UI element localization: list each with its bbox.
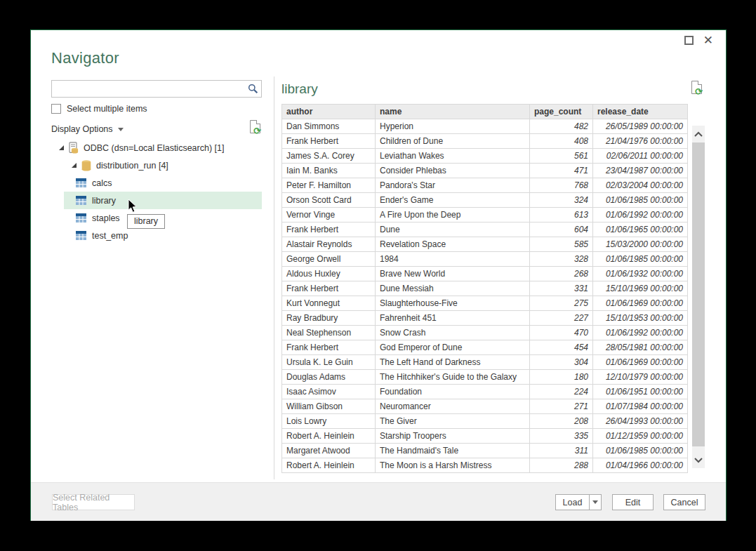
refresh-preview-button[interactable]: ⟳ (691, 81, 704, 97)
table-cell: 21/04/1976 00:00:00 (593, 134, 688, 149)
refresh-icon: ⟳ (253, 126, 261, 136)
table-cell: 12/10/1979 00:00:00 (593, 370, 688, 385)
maximize-icon[interactable] (684, 36, 694, 45)
table-cell: 01/06/1969 00:00:00 (593, 296, 688, 311)
window-controls: ✕ (684, 36, 713, 45)
table-cell: 311 (530, 444, 593, 458)
edit-button[interactable]: Edit (612, 494, 654, 510)
table-cell: The Handmaid's Tale (376, 444, 530, 458)
table-row: Alastair ReynoldsRevelation Space58515/0… (282, 237, 688, 252)
table-cell: 02/03/2004 00:00:00 (593, 178, 688, 193)
table-cell: Pandora's Star (376, 178, 530, 193)
tree-node-label: ODBC (dsn=Local Elasticsearch) [1] (84, 143, 224, 153)
table-cell: Leviathan Wakes (376, 149, 530, 164)
table-cell: 01/06/1985 00:00:00 (593, 444, 688, 458)
table-row: Frank HerbertDune Messiah33115/10/1969 0… (282, 281, 688, 296)
tree-item-label: library (92, 196, 116, 206)
tree-node-database[interactable]: distribution_run [4] (51, 157, 262, 174)
refresh-icon: ⟳ (695, 86, 703, 97)
table-row: George Orwell198432801/06/1985 00:00:00 (282, 252, 688, 267)
column-header-name[interactable]: name (376, 105, 530, 119)
page-title: Navigator (51, 49, 119, 67)
display-options-label: Display Options (51, 124, 113, 134)
table-cell: 15/10/1953 00:00:00 (593, 311, 688, 326)
table-cell: Ursula K. Le Guin (282, 355, 376, 370)
table-cell: William Gibson (282, 399, 376, 414)
table-cell: 585 (530, 237, 593, 252)
table-row: Kurt VonnegutSlaughterhouse-Five27501/06… (282, 296, 688, 311)
table-row: Margaret AtwoodThe Handmaid's Tale31101/… (282, 444, 688, 458)
table-cell: Dune (376, 223, 530, 237)
select-multiple-row: Select multiple items (51, 104, 147, 114)
load-button[interactable]: Load (555, 494, 590, 510)
table-cell: 275 (530, 296, 593, 311)
scroll-down-icon[interactable] (692, 453, 705, 467)
table-cell: 471 (530, 164, 593, 178)
odbc-source-icon (69, 142, 79, 154)
tree-item-calcs[interactable]: calcs (64, 174, 262, 192)
table-cell: Isaac Asimov (282, 385, 376, 399)
table-cell: Lois Lowry (282, 414, 376, 429)
table-cell: Foundation (376, 385, 530, 399)
display-options-dropdown[interactable]: Display Options (51, 124, 124, 134)
table-cell: 268 (530, 267, 593, 281)
table-cell: Fahrenheit 451 (376, 311, 530, 326)
search-icon[interactable] (244, 81, 261, 97)
table-cell: Orson Scott Card (282, 193, 376, 208)
table-icon (76, 231, 86, 240)
table-cell: 224 (530, 385, 593, 399)
table-cell: Robert A. Heinlein (282, 458, 376, 473)
table-header-row: author name page_count release_date (282, 105, 688, 119)
scrollbar-thumb[interactable] (692, 142, 705, 446)
vertical-scrollbar[interactable] (692, 126, 705, 468)
tree-item-test-emp[interactable]: test_emp (64, 227, 262, 244)
desktop-background: ✕ Navigator Select multiple items Displa… (0, 0, 756, 551)
table-row: Douglas AdamsThe Hitchhiker's Guide to t… (282, 370, 688, 385)
document-fold (256, 120, 260, 124)
table-cell: Iain M. Banks (282, 164, 376, 178)
table-cell: Snow Crash (376, 326, 530, 340)
expander-icon[interactable] (72, 163, 77, 168)
table-cell: Alastair Reynolds (282, 237, 376, 252)
table-cell: 288 (530, 458, 593, 473)
table-cell: 01/06/1992 00:00:00 (593, 208, 688, 223)
table-cell: Neal Stephenson (282, 326, 376, 340)
table-row: Lois LowryThe Giver20826/04/1993 00:00:0… (282, 414, 688, 429)
select-multiple-checkbox[interactable] (51, 104, 61, 114)
preview-title: library (281, 81, 318, 97)
navigator-dialog: ✕ Navigator Select multiple items Displa… (30, 29, 727, 521)
search-input[interactable] (52, 81, 244, 97)
table-cell: 26/05/1989 00:00:00 (593, 119, 688, 134)
table-cell: 01/06/1992 00:00:00 (593, 326, 688, 340)
table-row: Dan SimmonsHyperion48226/05/1989 00:00:0… (282, 119, 688, 134)
table-cell: 01/12/1959 00:00:00 (593, 429, 688, 444)
table-cell: The Moon is a Harsh Mistress (376, 458, 530, 473)
preview-table: author name page_count release_date Dan … (281, 104, 688, 473)
load-split-button: Load (555, 494, 602, 510)
column-header-author[interactable]: author (282, 105, 376, 119)
table-cell: Frank Herbert (282, 223, 376, 237)
table-cell: 26/04/1993 00:00:00 (593, 414, 688, 429)
column-header-release-date[interactable]: release_date (593, 105, 688, 119)
table-row: Frank HerbertDune60401/06/1965 00:00:00 (282, 223, 688, 237)
select-related-tables-button[interactable]: Select Related Tables (52, 494, 135, 510)
table-cell: Dan Simmons (282, 119, 376, 134)
close-icon[interactable]: ✕ (703, 36, 713, 45)
load-dropdown-button[interactable] (590, 494, 602, 510)
table-cell: 15/03/2000 00:00:00 (593, 237, 688, 252)
table-row: Robert A. HeinleinStarship Troopers33501… (282, 429, 688, 444)
cancel-button[interactable]: Cancel (663, 494, 705, 510)
table-cell: Robert A. Heinlein (282, 429, 376, 444)
table-cell: 01/06/1932 00:00:00 (593, 267, 688, 281)
refresh-sources-button[interactable]: ⟳ (250, 120, 263, 136)
scroll-up-icon[interactable] (692, 127, 705, 141)
table-cell: Frank Herbert (282, 134, 376, 149)
table-cell: Douglas Adams (282, 370, 376, 385)
table-cell: Aldous Huxley (282, 267, 376, 281)
expander-icon[interactable] (59, 145, 64, 150)
table-cell: The Giver (376, 414, 530, 429)
tree-node-odbc-source[interactable]: ODBC (dsn=Local Elasticsearch) [1] (51, 139, 262, 157)
tree-item-library[interactable]: library (64, 192, 262, 209)
column-header-page-count[interactable]: page_count (530, 105, 593, 119)
table-icon (76, 178, 86, 187)
